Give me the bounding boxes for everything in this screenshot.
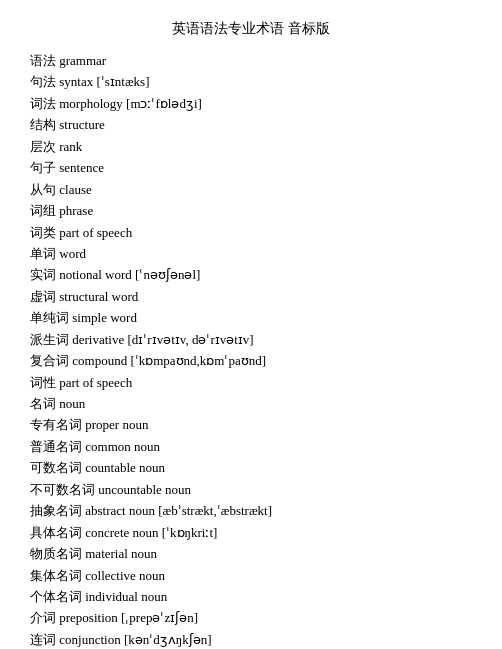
list-item: 复合词 compound [ˈkɒmpaʊnd,kɒmˈpaʊnd] — [30, 350, 472, 371]
list-item: 句子 sentence — [30, 157, 472, 178]
list-item: 介词 preposition [ˌprepəˈzɪʃən] — [30, 607, 472, 628]
list-item: 集体名词 collective noun — [30, 565, 472, 586]
list-item: 抽象名词 abstract noun [æbˈstrækt,ˈæbstrækt] — [30, 500, 472, 521]
list-item: 可数名词 countable noun — [30, 457, 472, 478]
term-list: 语法 grammar句法 syntax [ˈsɪntæks]词法 morphol… — [30, 50, 472, 649]
list-item: 句法 syntax [ˈsɪntæks] — [30, 71, 472, 92]
list-item: 词组 phrase — [30, 200, 472, 221]
list-item: 词性 part of speech — [30, 372, 472, 393]
list-item: 单词 word — [30, 243, 472, 264]
list-item: 派生词 derivative [dɪˈrɪvətɪv, dəˈrɪvətɪv] — [30, 329, 472, 350]
list-item: 词类 part of speech — [30, 222, 472, 243]
list-item: 单纯词 simple word — [30, 307, 472, 328]
list-item: 词法 morphology [mɔːˈfɒlədʒi] — [30, 93, 472, 114]
page-title: 英语语法专业术语 音标版 — [30, 20, 472, 38]
list-item: 语法 grammar — [30, 50, 472, 71]
list-item: 虚词 structural word — [30, 286, 472, 307]
list-item: 连词 conjunction [kənˈdʒʌŋkʃən] — [30, 629, 472, 649]
list-item: 从句 clause — [30, 179, 472, 200]
list-item: 结构 structure — [30, 114, 472, 135]
list-item: 层次 rank — [30, 136, 472, 157]
list-item: 普通名词 common noun — [30, 436, 472, 457]
list-item: 个体名词 individual noun — [30, 586, 472, 607]
list-item: 物质名词 material noun — [30, 543, 472, 564]
list-item: 具体名词 concrete noun [ˈkɒŋkriːt] — [30, 522, 472, 543]
list-item: 不可数名词 uncountable noun — [30, 479, 472, 500]
list-item: 实词 notional word [ˈnəʊʃənəl] — [30, 264, 472, 285]
list-item: 专有名词 proper noun — [30, 414, 472, 435]
list-item: 名词 noun — [30, 393, 472, 414]
